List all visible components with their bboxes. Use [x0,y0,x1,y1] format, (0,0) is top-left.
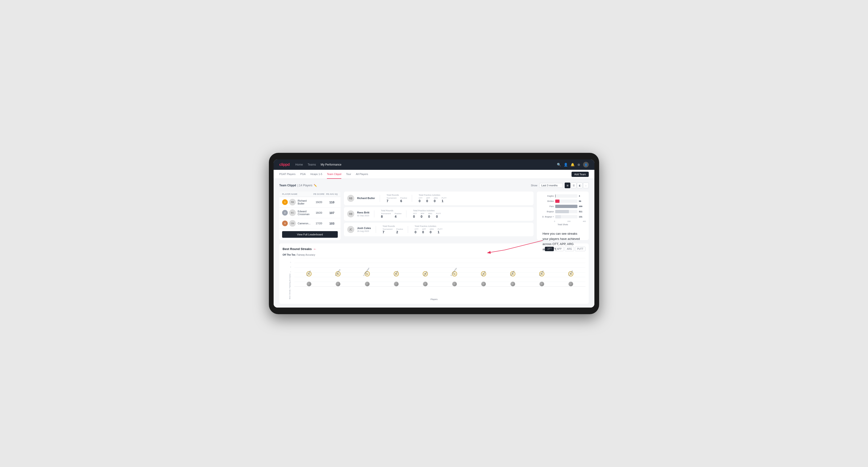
bar-track [555,215,578,218]
annotation-arrow [476,226,547,255]
table-row: 1 RB Richard Butler 19/20 110 [279,197,341,208]
bar-value: 499 [579,205,586,208]
player-name-1: Richard Butler [298,199,312,205]
bar-label: Pars [540,205,554,208]
bar-label: Eagles [540,195,554,197]
player-name-butler: Richard Butler [357,197,375,199]
rounds-coles: Total Rounds Tournament 7 Practice 2 [382,225,403,234]
annotation-text: Here you can see streaks your players ha… [542,231,604,252]
streak-avatar-small: E [307,282,311,286]
x-tick-0: 0 [554,220,555,222]
player-avg-1: 110 [326,200,338,204]
streaks-title: Best Round Streaks ← [283,247,317,251]
nav-actions: 🔍 👤 🔔 ⊕ 👤 [557,162,589,167]
player-stat-card-britt: RB Rees Britt 02 Sep 2023 Total Rounds [344,207,533,221]
logo: clippd [279,162,290,167]
table-row: 2 EC Edward Crossman 18/20 107 [279,208,341,218]
list-view-button[interactable]: ☰ [571,183,577,188]
nav-my-performance[interactable]: My Performance [320,162,341,167]
nav-teams[interactable]: Teams [308,162,316,167]
bar-track [555,199,578,203]
lb-col-score: PB SCORE [312,193,326,195]
avatar-1: RB [289,199,296,206]
list-item: 3x R. Butler R [527,274,556,286]
streak-avatar-small: R [539,282,544,286]
chart-bar-row: Birdies 96 [540,199,586,203]
bar-fill [555,210,569,213]
player-date-britt: 02 Sep 2023 [357,214,369,217]
x-axis-label: Players [283,298,585,301]
team-title: Team Clippd | 14 Players [279,184,312,187]
chart-x-axis: 0 200 400 [540,220,586,222]
bar-label: Bogeys [540,210,554,213]
grid-view-button[interactable]: ⊞ [565,183,570,188]
avatar-2: EC [289,210,296,216]
export-button[interactable]: ↓ [583,183,589,188]
show-label: Show [531,184,537,187]
bar-value: 131 [579,216,586,218]
search-icon[interactable]: 🔍 [557,163,561,166]
bar-value: 96 [579,200,586,203]
view-full-leaderboard-button[interactable]: View Full Leaderboard [282,231,338,238]
player-name-2: Edward Crossman [298,210,312,216]
sub-nav-hcaps[interactable]: Hcaps 1-5 [310,170,322,179]
lb-col-avg: PB AVG SQ [326,193,338,195]
streaks-bars: 7x E. Ewert E 6x B. McHerg B 6x D. Billi… [294,258,585,286]
chart-title: Total Shots [540,223,586,226]
sub-nav-pga[interactable]: PGA [300,170,306,179]
x-tick-1: 200 [567,220,570,222]
lb-col-name: PLAYER NAME [282,193,312,195]
rank-badge-1: 1 [282,199,288,205]
nav-links: Home Teams My Performance [295,162,551,167]
sub-nav: PGAT Players PGA Hcaps 1-5 Team Clippd T… [274,170,594,179]
user-icon[interactable]: 👤 [564,163,568,166]
bar-chart: Eagles 3 Birdies 96 Pars 499 Bogeys 311 [540,194,586,218]
period-select[interactable]: Last 3 months [539,183,563,188]
avatar[interactable]: 👤 [583,162,589,167]
edit-icon[interactable]: ✏️ [314,184,317,187]
list-item: 5x R. Britt R [411,274,440,286]
practice-butler: Total Practice Activities OTT 0 APP 0 [418,194,446,203]
sub-nav-pgat[interactable]: PGAT Players [279,170,296,179]
bar-track [555,205,578,208]
chart-bar-row: Pars 499 [540,205,586,208]
player-count: | 14 Players [298,184,312,187]
bell-icon[interactable]: 🔔 [570,163,575,166]
player-avg-3: 103 [326,222,338,225]
list-item: 4x E. Crossman E [440,274,469,286]
player-score-2: 18/20 [312,211,326,214]
sub-nav-tour[interactable]: Tour [346,170,351,179]
bar-label: D. Bogeys + [540,216,554,218]
player-stat-card-butler: RB Richard Butler Total Rounds Tournamen… [344,191,533,205]
avatar-butler: RB [347,195,354,202]
player-avg-2: 107 [326,211,338,215]
leaderboard-panel: PLAYER NAME PB SCORE PB AVG SQ 1 RB Rich… [279,191,341,240]
list-item: 3x C. Quick C [556,274,585,286]
y-axis-label: Best Streak, Fairway Accuracy [289,280,291,299]
list-item: 5x J. Coles J [382,274,411,286]
bar-track [555,194,578,198]
rounds-britt: Total Rounds Tournament 8 Practice 4 [381,210,401,218]
team-header: Team Clippd | 14 Players ✏️ Show Last 3 … [279,183,589,188]
arrow-icon: ← [313,247,317,251]
bar-track [555,210,578,213]
x-tick-2: 400 [583,220,586,222]
sub-nav-team-clippd[interactable]: Team Clippd [327,170,341,179]
chart-bar-row: D. Bogeys + 131 [540,215,586,218]
rounds-butler: Total Rounds Tournament 7 Practice 6 [386,194,407,203]
settings-icon[interactable]: ⊕ [578,163,580,166]
rank-badge-3: 3 [282,220,288,226]
show-controls: Show Last 3 months ⊞ ☰ ◧ ↓ [531,183,589,188]
nav-home[interactable]: Home [295,162,303,167]
nav-bar: clippd Home Teams My Performance 🔍 👤 🔔 ⊕… [274,159,594,170]
streak-avatar-small: B [481,282,486,286]
sub-nav-all-players[interactable]: All Players [356,170,368,179]
list-item: 6x B. McHerg B [323,274,352,286]
card-view-button[interactable]: ◧ [577,183,583,188]
avatar-britt: RB [347,210,354,217]
player-name-3: Cameron... [298,222,312,225]
streak-avatar-small: M [510,282,515,286]
add-team-button[interactable]: Add Team [571,172,589,177]
player-date-coles: 26 Aug 2023 [357,230,371,232]
streak-avatar-small: B [336,282,340,286]
